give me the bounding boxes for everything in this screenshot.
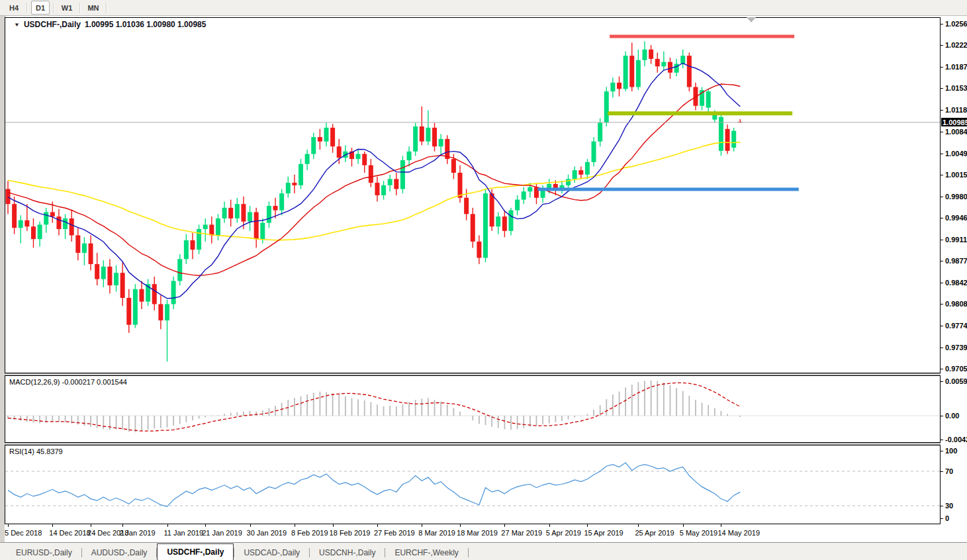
tab-separator: [468, 548, 469, 557]
candle-body: [432, 128, 437, 146]
ma-slow-line: [8, 142, 740, 240]
toolbar-separator: [26, 3, 28, 13]
candle-body: [477, 242, 481, 258]
rsi-line: [8, 463, 740, 506]
candle-body: [369, 165, 373, 183]
price-scale-label: 1.02220: [945, 41, 967, 49]
rsi-canvas[interactable]: [5, 445, 940, 524]
macd-canvas[interactable]: [5, 376, 940, 442]
chart-tab-audusd[interactable]: AUDUSD-,Daily: [82, 545, 157, 560]
candle-body: [356, 154, 361, 160]
price-scale-label: 0.99800: [945, 193, 967, 201]
price-scale-label-tick: [941, 197, 943, 197]
date-label: 2 Jan 2019: [119, 529, 155, 537]
candle-wick: [205, 218, 206, 242]
candle-body: [6, 189, 11, 205]
candle-body: [158, 304, 163, 320]
candle-body: [56, 216, 61, 229]
price-scale-label-tick: [941, 240, 943, 240]
candle-body: [101, 267, 106, 279]
candle-body: [617, 83, 622, 89]
date-label: 14 May 2019: [717, 529, 760, 537]
price-scale-label: 0.97740: [945, 322, 967, 330]
price-scale-label: 0.98770: [945, 257, 967, 265]
candle-body: [661, 62, 666, 67]
candle-body: [152, 284, 157, 304]
rsi-label: RSI(14) 45.8379: [9, 447, 63, 455]
chart-tab-usdcad[interactable]: USDCAD-,Daily: [234, 545, 309, 560]
candle-body: [508, 210, 513, 231]
timeframe-toolbar: H4D1W1MN: [0, 0, 967, 16]
candle-body: [82, 244, 87, 253]
candle-body: [439, 139, 443, 146]
candle-body: [687, 56, 692, 87]
price-scale-label: 0.98420: [945, 279, 967, 287]
candle-body: [260, 223, 265, 240]
price-scale-label-tick: [941, 67, 943, 68]
candle-body: [604, 91, 609, 122]
chart-tab-bar: EURUSD-,DailyAUDUSD-,DailyUSDCHF-,DailyU…: [0, 542, 967, 560]
price-scale-label: 1.00490: [945, 150, 967, 158]
candle-body: [203, 224, 208, 229]
price-scale-label-tick: [941, 110, 943, 111]
candle-body: [286, 183, 291, 193]
timeframe-button-mn[interactable]: MN: [84, 1, 103, 15]
price-scale-label-tick: [941, 218, 943, 218]
timeframe-button-h4[interactable]: H4: [5, 1, 23, 15]
chart-tab-eurusd[interactable]: EURUSD-,Daily: [7, 545, 81, 560]
macd-scale-label: 0.00: [945, 412, 959, 420]
candle-body: [12, 204, 17, 228]
date-tick: [205, 524, 206, 527]
candle-body: [330, 128, 335, 146]
timeframe-button-w1[interactable]: W1: [58, 1, 76, 15]
candle-body: [107, 267, 112, 285]
candle-body: [515, 200, 520, 210]
candle-body: [522, 191, 526, 199]
candle-body: [623, 56, 628, 89]
price-scale-label: 1.01530: [945, 84, 967, 92]
candle-body: [95, 264, 99, 279]
date-label: 21 Jan 2019: [202, 529, 242, 537]
candle-body: [38, 224, 42, 239]
candle-body: [451, 159, 456, 173]
candle-body: [241, 204, 246, 221]
date-axis[interactable]: 5 Dec 201814 Dec 201824 Dec 20182 Jan 20…: [5, 524, 941, 542]
chart-tab-usdchf[interactable]: USDCHF-,Daily: [157, 543, 234, 560]
candle-body: [24, 220, 29, 226]
macd-panel: MACD(12,26,9) -0.000217 0.001544: [5, 375, 941, 443]
candle-body: [31, 226, 36, 239]
date-tick: [250, 524, 251, 527]
candle-wick: [663, 52, 664, 70]
chart-tab-usdcnh[interactable]: USDCNH-,Daily: [310, 545, 385, 560]
main-chart-canvas[interactable]: [5, 18, 940, 373]
date-label: 27 Mar 2019: [501, 529, 542, 537]
date-tick: [8, 524, 9, 527]
candle-body: [44, 212, 48, 225]
candle-body: [171, 281, 176, 304]
candle-body: [388, 179, 392, 185]
chart-tab-eurchf[interactable]: EURCHF-,Weekly: [385, 545, 467, 560]
candle-body: [324, 128, 329, 142]
timeframe-button-d1[interactable]: D1: [31, 1, 50, 15]
date-tick: [549, 524, 550, 527]
candle-body: [649, 50, 653, 59]
candle-body: [643, 50, 647, 60]
date-tick: [91, 524, 91, 527]
date-label: 14 Dec 2018: [49, 529, 90, 537]
rsi-scale-label-tick: [941, 451, 943, 451]
candle-body: [140, 289, 144, 302]
date-tick: [683, 524, 684, 527]
candle-body: [400, 160, 405, 189]
chart-shift-marker-icon[interactable]: [747, 17, 756, 23]
date-tick: [295, 524, 295, 527]
candle-body: [490, 193, 494, 226]
date-tick: [422, 524, 422, 527]
date-tick: [721, 524, 721, 527]
chart-menu-icon[interactable]: ▼: [14, 22, 20, 28]
chart-ohlc-values: 1.00995 1.01036 1.00980 1.00985: [85, 20, 207, 29]
date-label: 5 May 2019: [680, 529, 717, 537]
price-scale-label: 1.02560: [945, 20, 967, 28]
candle-body: [578, 170, 583, 175]
toolbar-separator: [106, 3, 107, 13]
price-scale-label-tick: [941, 261, 943, 261]
